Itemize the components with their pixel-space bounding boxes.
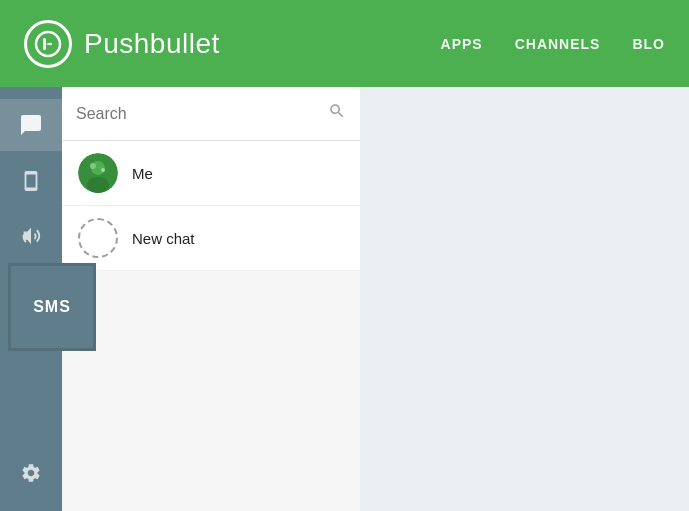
nav-apps[interactable]: APPS <box>441 36 483 52</box>
sidebar-item-channels[interactable] <box>0 211 62 263</box>
svg-point-6 <box>101 168 105 172</box>
right-area <box>360 87 689 511</box>
chat-item-me[interactable]: Me <box>62 141 360 206</box>
search-input[interactable] <box>76 105 320 123</box>
svg-rect-1 <box>43 38 46 50</box>
svg-point-5 <box>90 163 96 169</box>
header-nav: APPS CHANNELS BLO <box>441 36 665 52</box>
sidebar-item-settings[interactable] <box>0 447 62 499</box>
nav-channels[interactable]: CHANNELS <box>515 36 601 52</box>
broadcast-icon <box>20 226 42 248</box>
settings-icon <box>20 462 42 484</box>
search-bar <box>62 87 360 141</box>
avatar-me <box>78 153 118 193</box>
avatar-new <box>78 218 118 258</box>
chat-list: Me New chat <box>62 87 360 511</box>
chat-name-me: Me <box>132 165 153 182</box>
sidebar-item-devices[interactable] <box>0 155 62 207</box>
search-icon <box>328 102 346 125</box>
header: Pushbullet APPS CHANNELS BLO <box>0 0 689 87</box>
sidebar-item-chat[interactable] <box>0 99 62 151</box>
chat-name-new: New chat <box>132 230 195 247</box>
chat-item-new[interactable]: New chat <box>62 206 360 271</box>
sms-button[interactable]: SMS <box>8 263 96 351</box>
svg-point-4 <box>87 177 109 193</box>
nav-blog[interactable]: BLO <box>632 36 665 52</box>
logo-icon <box>24 20 72 68</box>
devices-icon <box>20 170 42 192</box>
chat-icon <box>19 113 43 137</box>
logo: Pushbullet <box>24 20 220 68</box>
sms-label: SMS <box>33 298 71 316</box>
main-layout: SMS <box>0 87 689 511</box>
logo-text: Pushbullet <box>84 28 220 60</box>
